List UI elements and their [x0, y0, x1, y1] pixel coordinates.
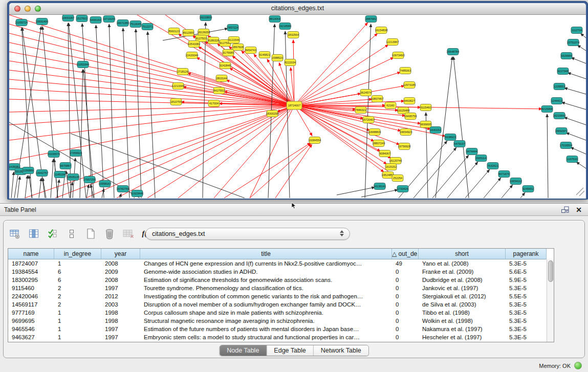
graph-node[interactable]: 14136141	[374, 183, 386, 190]
table-cell[interactable]: 5.3E-5	[506, 284, 547, 292]
table-cell[interactable]: 2003	[101, 300, 140, 309]
table-cell[interactable]: 0	[392, 300, 419, 309]
graph-node[interactable]: 9463627	[404, 98, 415, 104]
graph-node[interactable]: 62160	[385, 102, 396, 109]
graph-node[interactable]: 10807467	[371, 96, 383, 102]
column-header-short[interactable]: short	[419, 249, 506, 259]
table-cell[interactable]: 6	[54, 276, 101, 284]
window-titlebar[interactable]: citations_edges.txt	[9, 3, 586, 15]
graph-node[interactable]: 7886322	[355, 107, 366, 114]
table-cell[interactable]: 18724007	[8, 259, 54, 268]
table-select-dropdown[interactable]: citations_edges.txt	[145, 228, 350, 240]
table-settings-icon[interactable]	[9, 228, 21, 240]
graph-node[interactable]: 1832564	[288, 32, 299, 38]
table-cell[interactable]: 0	[392, 292, 419, 300]
graph-node[interactable]: 1640152	[430, 127, 441, 134]
graph-node[interactable]: 19654923	[400, 129, 412, 136]
table-cell[interactable]: Estimation of the future numbers of pati…	[140, 325, 392, 333]
table-cell[interactable]: 1998	[101, 317, 140, 325]
table-cell[interactable]: 5.5E-5	[506, 292, 547, 300]
table-cell[interactable]: 1997	[101, 325, 140, 333]
graph-node[interactable]: 9474444	[466, 148, 477, 155]
graph-node[interactable]: 13505135	[67, 174, 79, 181]
table-cell[interactable]: 9115460	[8, 284, 54, 292]
table-cell[interactable]: 5.3E-5	[506, 259, 547, 268]
table-cell[interactable]: Disruption of a novel member of a sodium…	[140, 300, 392, 309]
graph-node[interactable]: 16671355	[117, 20, 129, 27]
graph-node[interactable]: 16033809	[200, 15, 212, 21]
graph-node[interactable]: 6479197	[454, 141, 465, 147]
graph-node[interactable]: 21053346	[77, 61, 89, 68]
table-cell[interactable]: 1997	[101, 333, 140, 341]
column-header-name[interactable]: name	[8, 249, 54, 259]
graph-node[interactable]: 12973185	[403, 82, 416, 89]
graph-node[interactable]: 417004	[208, 100, 220, 107]
table-cell[interactable]: 9463627	[8, 333, 54, 341]
table-cell[interactable]: 1998	[101, 309, 140, 317]
graph-node[interactable]: 16120746	[389, 158, 402, 164]
graph-node[interactable]: 9115460	[420, 104, 431, 111]
graph-node[interactable]: 8454743	[245, 47, 256, 54]
network-view[interactable]: 1872400789601238912955182260589127503105…	[9, 15, 586, 199]
table-cell[interactable]: 1	[54, 333, 101, 341]
column-header-in_degree[interactable]: in_degree	[54, 249, 101, 259]
table-cell[interactable]: 0	[392, 333, 419, 341]
resize-grip[interactable]	[576, 188, 584, 196]
graph-node[interactable]: 19495759	[404, 113, 417, 120]
tab-node-table[interactable]: Node Table	[220, 345, 267, 356]
column-header-pagerank[interactable]: pagerank	[506, 249, 547, 259]
table-cell[interactable]: 9465546	[8, 325, 54, 333]
graph-node[interactable]: 15720407	[362, 117, 375, 123]
table-cell[interactable]: Tourette syndrome. Phenomenology and cla…	[140, 284, 392, 292]
graph-node[interactable]: 9975887	[60, 163, 71, 169]
graph-node[interactable]: 1733426	[397, 186, 408, 192]
graph-node[interactable]: 15751074	[567, 39, 579, 46]
vertical-scrollbar[interactable]	[547, 259, 554, 342]
table-row[interactable]: 1830029562008Estimation of significance …	[8, 276, 554, 284]
row-height-icon[interactable]	[66, 228, 78, 240]
graph-node[interactable]: 1588520	[272, 55, 283, 61]
table-cell[interactable]: Yano et al. (2008)	[419, 259, 506, 268]
graph-node[interactable]: 12213967	[386, 39, 399, 46]
table-cell[interactable]: Estimation of significance thresholds fo…	[140, 276, 392, 284]
graph-node[interactable]: 10654112	[510, 178, 522, 185]
graph-node[interactable]: 21055724	[15, 19, 28, 26]
column-header-title[interactable]: title	[140, 249, 392, 259]
graph-node[interactable]: 1527602	[76, 15, 88, 22]
graph-node[interactable]: 9146821	[259, 52, 270, 58]
graph-node[interactable]: 9699695	[420, 121, 431, 128]
graph-node[interactable]: 17359924	[70, 150, 82, 157]
graph-node[interactable]: 2718126	[177, 69, 188, 75]
table-cell[interactable]: 5.6E-5	[506, 268, 547, 276]
graph-node[interactable]: 13942757	[36, 170, 48, 177]
graph-node[interactable]: 19218586	[279, 23, 291, 30]
graph-node[interactable]: 8215958	[541, 106, 553, 113]
graph-node[interactable]: 19384554	[309, 137, 321, 144]
table-cell[interactable]: 49	[392, 259, 419, 268]
graph-node[interactable]: 17957255	[83, 177, 96, 183]
graph-node[interactable]: 9245652	[522, 186, 534, 192]
table-cell[interactable]: Stergiakouli et al. (2012)	[419, 292, 506, 300]
table-cell[interactable]: 22420046	[8, 292, 54, 300]
graph-node[interactable]: 5938923	[445, 134, 456, 141]
table-cell[interactable]: Changes of HCN gene expression and I(f) …	[140, 259, 392, 268]
table-row[interactable]: 2242004622012Investigating the contribut…	[8, 292, 554, 300]
table-cell[interactable]: 5.3E-5	[506, 317, 547, 325]
table-row[interactable]: 946362711997Embryonic stem cells: a mode…	[8, 333, 554, 341]
graph-node[interactable]: 7857224	[227, 25, 238, 31]
table-cell[interactable]: 5.3E-5	[506, 333, 547, 341]
graph-node[interactable]: 11923446	[131, 190, 143, 197]
select-columns-icon[interactable]	[47, 228, 59, 240]
graph-node[interactable]: 2935114	[475, 155, 487, 162]
graph-node[interactable]: 2803144	[216, 75, 227, 82]
table-cell[interactable]: 1997	[101, 284, 140, 292]
graph-node[interactable]: 10973493	[392, 52, 404, 59]
graph-node[interactable]: 7513045	[130, 21, 141, 28]
table-cell[interactable]: 0	[392, 276, 419, 284]
table-cell[interactable]: 5.3E-5	[506, 325, 547, 333]
table-cell[interactable]: 0	[392, 284, 419, 292]
graph-node[interactable]: 6466160	[90, 17, 101, 24]
graph-node[interactable]: 8222034	[285, 59, 296, 66]
graph-node[interactable]: 8186328	[208, 37, 219, 44]
graph-node[interactable]: 1244413	[551, 98, 562, 104]
